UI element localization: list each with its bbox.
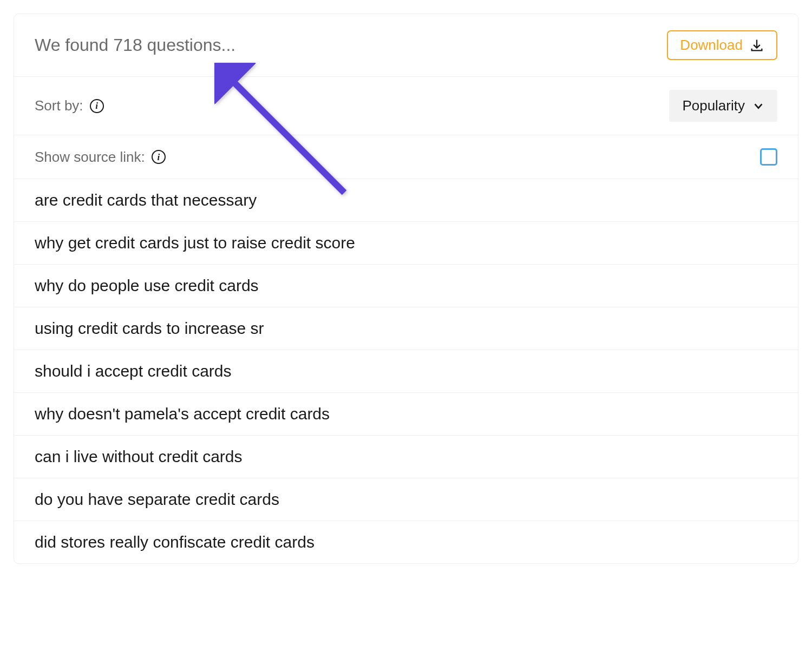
show-source-checkbox[interactable] [760, 148, 777, 166]
question-item[interactable]: why do people use credit cards [14, 265, 798, 307]
question-item[interactable]: are credit cards that necessary [14, 179, 798, 222]
question-item[interactable]: do you have separate credit cards [14, 478, 798, 521]
download-button-label: Download [680, 37, 743, 54]
sort-select-value: Popularity [682, 97, 745, 114]
question-item[interactable]: why doesn't pamela's accept credit cards [14, 393, 798, 436]
show-source-row: Show source link: i [14, 135, 798, 179]
question-item[interactable]: did stores really confiscate credit card… [14, 521, 798, 563]
chevron-down-icon [752, 100, 764, 112]
question-item[interactable]: why get credit cards just to raise credi… [14, 222, 798, 265]
download-icon [749, 38, 764, 53]
download-button[interactable]: Download [667, 30, 777, 60]
panel-header: We found 718 questions... Download [14, 14, 798, 77]
question-item[interactable]: using credit cards to increase sr [14, 307, 798, 350]
info-icon[interactable]: i [152, 150, 166, 164]
sort-row: Sort by: i Popularity [14, 77, 798, 135]
questions-panel: We found 718 questions... Download Sort … [14, 14, 798, 564]
question-list: are credit cards that necessary why get … [14, 179, 798, 563]
question-item[interactable]: can i live without credit cards [14, 436, 798, 478]
info-icon[interactable]: i [90, 99, 104, 113]
sort-by-label: Sort by: i [35, 97, 104, 114]
question-item[interactable]: should i accept credit cards [14, 350, 798, 393]
show-source-text: Show source link: [35, 149, 145, 166]
sort-by-text: Sort by: [35, 97, 83, 114]
result-count-text: We found 718 questions... [35, 35, 235, 55]
sort-select[interactable]: Popularity [669, 90, 777, 122]
show-source-label: Show source link: i [35, 149, 166, 166]
